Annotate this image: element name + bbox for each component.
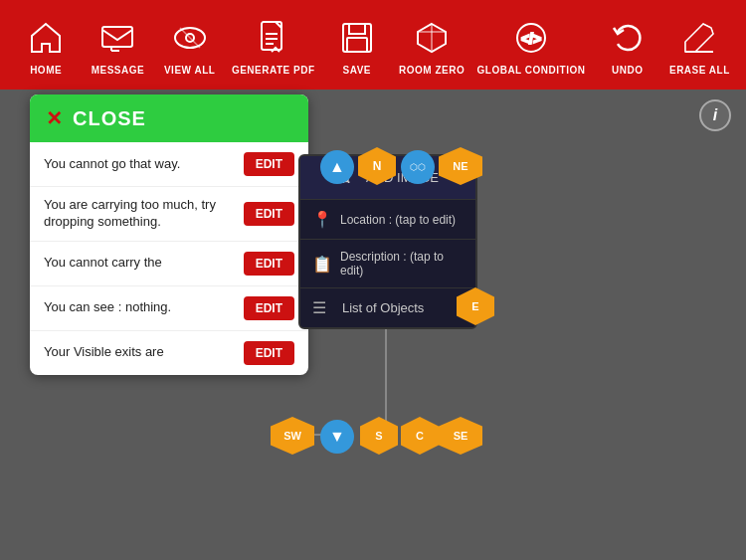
svg-rect-20 bbox=[347, 38, 367, 52]
close-header[interactable]: ✕ CLOSE bbox=[30, 94, 308, 142]
panel-row-3: You cannot carry the EDIT bbox=[30, 242, 308, 286]
node-C[interactable]: C bbox=[401, 417, 439, 455]
node-SW[interactable]: SW bbox=[271, 417, 314, 455]
edit-button-1[interactable]: EDIT bbox=[244, 152, 294, 176]
node-connector-top[interactable]: ⬡⬡ bbox=[401, 150, 435, 184]
info-button[interactable]: i bbox=[699, 99, 731, 131]
close-panel: ✕ CLOSE You cannot go that way. EDIT You… bbox=[30, 94, 308, 375]
save-button[interactable]: SAVE bbox=[327, 15, 387, 76]
node-up-button[interactable]: ▲ bbox=[320, 150, 354, 184]
description-icon: 📋 bbox=[312, 255, 332, 274]
erase-all-button[interactable]: ERASE ALL bbox=[669, 15, 730, 76]
undo-icon bbox=[605, 15, 651, 61]
svg-rect-9 bbox=[102, 27, 132, 47]
panel-row-4: You can see : nothing. EDIT bbox=[30, 286, 308, 331]
erase-icon bbox=[676, 15, 722, 61]
list-icon: ☰ bbox=[312, 298, 326, 317]
row-text-5: Your Visible exits are bbox=[44, 344, 244, 361]
close-label: CLOSE bbox=[73, 107, 146, 130]
row-text-4: You can see : nothing. bbox=[44, 299, 244, 316]
room-icon bbox=[409, 15, 455, 61]
node-SE[interactable]: SE bbox=[439, 417, 482, 455]
edit-button-4[interactable]: EDIT bbox=[244, 296, 294, 320]
panel-row-1: You cannot go that way. EDIT bbox=[30, 142, 308, 187]
undo-button[interactable]: UNDO bbox=[598, 15, 657, 76]
location-row[interactable]: 📍 Location : (tap to edit) bbox=[300, 200, 475, 240]
edit-button-5[interactable]: EDIT bbox=[244, 341, 294, 365]
svg-marker-27 bbox=[685, 24, 713, 52]
message-icon bbox=[94, 15, 140, 61]
pdf-icon bbox=[251, 15, 296, 61]
svg-rect-19 bbox=[349, 24, 365, 34]
generate-pdf-button[interactable]: GENERATE PDF bbox=[232, 15, 315, 76]
panel-row-2: You are carrying too much, try dropping … bbox=[30, 187, 308, 242]
node-S[interactable]: S bbox=[360, 417, 398, 455]
list-objects-row[interactable]: ☰ List of Objects bbox=[300, 288, 475, 327]
panel-row-5: Your Visible exits are EDIT bbox=[30, 331, 308, 375]
location-icon: 📍 bbox=[312, 210, 332, 229]
eye-icon bbox=[167, 15, 213, 61]
description-label: Description : (tap to edit) bbox=[340, 250, 464, 278]
message-button[interactable]: MESSAGE bbox=[88, 15, 147, 76]
row-text-3: You cannot carry the bbox=[44, 255, 244, 272]
svg-text:</>: </> bbox=[521, 31, 541, 47]
home-icon bbox=[23, 15, 69, 61]
code-icon: </> bbox=[508, 15, 554, 61]
home-button[interactable]: HOME bbox=[16, 15, 76, 76]
close-x-icon: ✕ bbox=[46, 106, 63, 130]
save-icon bbox=[334, 15, 380, 61]
global-condition-button[interactable]: </> GLOBAL CONDITION bbox=[477, 15, 586, 76]
node-down-button[interactable]: ▼ bbox=[320, 420, 354, 454]
description-row[interactable]: 📋 Description : (tap to edit) bbox=[300, 240, 475, 288]
list-objects-label: List of Objects bbox=[342, 300, 424, 315]
view-all-button[interactable]: VIEW ALL bbox=[160, 15, 220, 76]
room-zero-button[interactable]: ROOM ZERO bbox=[399, 15, 465, 76]
location-label: Location : (tap to edit) bbox=[340, 213, 456, 227]
row-text-2: You are carrying too much, try dropping … bbox=[44, 197, 244, 231]
edit-button-3[interactable]: EDIT bbox=[244, 252, 294, 276]
edit-button-2[interactable]: EDIT bbox=[244, 202, 294, 226]
toolbar: HOME MESSAGE VIEW ALL GENERATE PDF SAVE … bbox=[0, 0, 746, 90]
row-text-1: You cannot go that way. bbox=[44, 156, 244, 173]
